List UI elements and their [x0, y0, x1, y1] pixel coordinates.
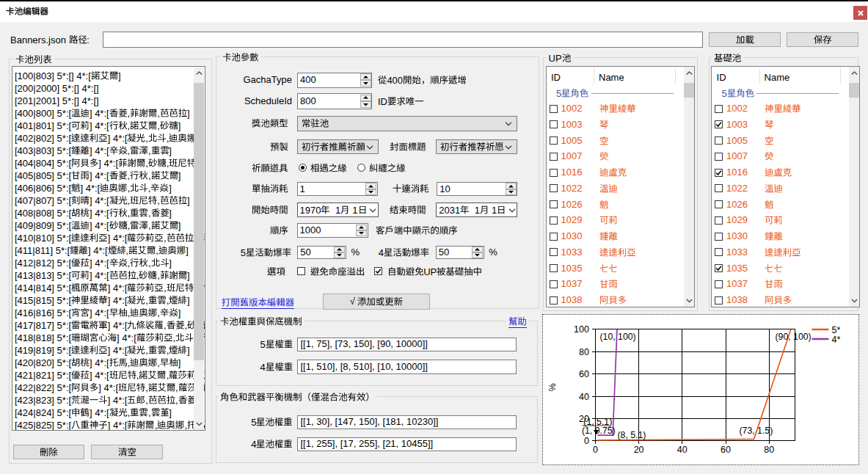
svg-text:%: % — [547, 383, 558, 391]
svg-text:(1, 0.75): (1, 0.75) — [581, 425, 615, 435]
svg-text:60: 60 — [721, 445, 731, 455]
svg-text:80: 80 — [578, 346, 588, 357]
svg-text:(10, 100): (10, 100) — [599, 331, 635, 341]
svg-text:40: 40 — [578, 391, 588, 401]
svg-text:4*: 4* — [831, 334, 840, 344]
svg-text:(73, 1.5): (73, 1.5) — [739, 425, 773, 435]
svg-text:5*: 5* — [831, 324, 840, 335]
svg-text:100: 100 — [574, 324, 589, 335]
svg-text:40: 40 — [676, 445, 687, 455]
svg-text:0: 0 — [583, 436, 588, 446]
svg-text:20: 20 — [633, 445, 643, 455]
svg-text:60: 60 — [578, 369, 588, 379]
svg-text:(90, 100): (90, 100) — [775, 331, 811, 341]
svg-text:0: 0 — [592, 445, 597, 455]
svg-text:80: 80 — [764, 445, 774, 455]
svg-text:(8, 5.1): (8, 5.1) — [617, 430, 646, 440]
